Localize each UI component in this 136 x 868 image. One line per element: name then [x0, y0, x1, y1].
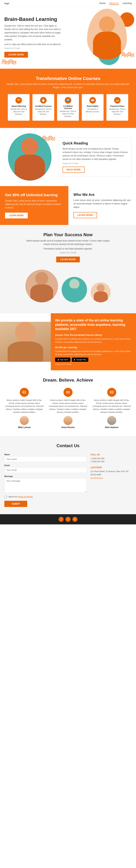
student-image-3: [91, 282, 111, 302]
terms-link[interactable]: Terms of Service: [18, 496, 33, 498]
get-off-title: Get 30% off Unlimited learning: [5, 193, 63, 197]
who-we-are-learn-more-button[interactable]: LEARN MORE: [73, 212, 97, 218]
plan-title: Plan Your Success Now: [4, 232, 132, 237]
message-textarea[interactable]: [4, 478, 87, 493]
courses-subtitle: Disdain Tate. Lorem ipsum dolor sit amet…: [4, 83, 132, 89]
location-block: LOCATION 121 Rock Street, 21 Avenue, New…: [91, 466, 132, 479]
courses-title: Transformative Online Courses: [4, 76, 132, 81]
avatar-2: [107, 416, 116, 425]
who-we-are-title: Who We Are: [73, 193, 131, 197]
wave-decoration-left: [2, 59, 16, 65]
provide-section1-body: Condimentum id volutpat lacus laoreet no…: [55, 337, 132, 343]
feature-card-3: 📖 Read Highly Thousands of different cou…: [82, 94, 104, 121]
feature-title-0: Award Winning: [10, 105, 27, 107]
message-label: Message: [4, 475, 87, 477]
provide-image-area: [0, 322, 51, 362]
address: 121 Rock Street, 21 Avenue, New York, NY…: [91, 470, 132, 476]
quick-content: Quick Reading Morbi tempus iaculis urna …: [59, 137, 132, 177]
feature-title-2: 1.5 Million Courses: [59, 105, 77, 110]
hero-title: Brain-Based Learning: [4, 16, 62, 22]
get-off-learn-more-button[interactable]: LEARN MORE: [5, 213, 28, 218]
app-store-button[interactable]: 🍎 App Store: [55, 358, 70, 362]
dream-title: Dream. Believe. Achieve: [4, 378, 132, 383]
footer: f t in: [0, 514, 136, 524]
quick-wave-decoration: [42, 135, 55, 142]
quick-reading-body: Morbi tempus iaculis urna id volutpat la…: [63, 147, 128, 161]
dream-number-0: 01: [20, 388, 29, 397]
terms-checkbox-row: I agree the Terms of Service: [4, 496, 87, 498]
submit-button[interactable]: SUBMIT: [4, 501, 27, 507]
features-grid: 🏆 Award Winning Sample text. Click to se…: [4, 94, 132, 121]
hero-image-area: [65, 7, 136, 69]
feature-card-0: 🏆 Award Winning Sample text. Click to se…: [8, 94, 30, 121]
provide-section1-title: Access Your Personalised Course Library: [55, 334, 132, 336]
terms-label: I agree the Terms of Service: [8, 496, 33, 498]
certified-icon: 📋: [40, 97, 46, 103]
get-directions-link[interactable]: Get Directions: [91, 477, 103, 479]
navbar: logo Home About Us Learning: [0, 0, 136, 7]
plan-learn-more-button[interactable]: LEARN MORE: [56, 256, 80, 262]
quick-reading-box: Quick Reading Morbi tempus iaculis urna …: [59, 137, 132, 177]
get-off-body: Disdain Tate. Lorem ipsum dolor sit amet…: [5, 199, 63, 210]
dream-body-0: Aenec pretium mattis feugiat nibh id fau…: [4, 399, 44, 414]
dream-columns: 01 Aenec pretium mattis feugiat nibh id …: [4, 388, 132, 429]
email-form-group: Email: [4, 464, 87, 473]
google-play-label: Google Play: [76, 359, 86, 361]
google-play-button[interactable]: ▶ Google Play: [72, 358, 88, 362]
social-icons: f t in: [4, 517, 132, 522]
dream-col-1: 02 Aenec pretium mattis feugiat nibh id …: [48, 388, 88, 429]
dream-number-2: 03: [107, 388, 116, 397]
student-image-1: [25, 270, 58, 302]
avatar-name-0: Mike Larsen: [4, 426, 44, 429]
name-input[interactable]: [4, 456, 87, 462]
student-images: [4, 270, 132, 302]
name-label: Name: [4, 453, 87, 456]
email-input[interactable]: [4, 467, 87, 473]
award-icon: 🏆: [15, 97, 22, 103]
nav-about[interactable]: About Us: [109, 2, 119, 5]
provide-image-credit: Images from Freepik: [55, 363, 132, 365]
feature-title-3: Read Highly: [84, 105, 101, 107]
dream-section: Dream. Believe. Achieve 01 Aenec pretium…: [0, 370, 136, 436]
terms-checkbox[interactable]: [4, 496, 7, 498]
avatar-0: [20, 416, 29, 425]
quick-read-more-button[interactable]: READ MORE: [63, 166, 85, 173]
provide-section2-title: On-the-go Learning: [55, 346, 132, 349]
who-we-are-body: Lorem ipsum dolor sit amet, consectetur …: [73, 198, 131, 209]
message-form-group: Message: [4, 475, 87, 493]
hero-content: Brain-Based Learning Sample text. Click …: [4, 16, 62, 58]
two-col-section: Get 30% off Unlimited learning Disdain T…: [0, 186, 136, 225]
contact-grid: Name Email Message I agree the Terms of …: [4, 453, 132, 507]
provide-person-image: [0, 322, 51, 362]
feature-card-1: 📋 Certified Courses Sample text. Click t…: [32, 94, 54, 121]
feature-title-1: Certified Courses: [35, 105, 52, 107]
read-icon: 📖: [90, 97, 96, 103]
hero-body: Sample text. Click to select the text bo…: [4, 24, 62, 41]
get-off-section: Get 30% off Unlimited learning Disdain T…: [0, 186, 68, 225]
plan-image-credit: Images from Freepik: [4, 252, 132, 254]
hero-image-credit: Image from Freepik: [4, 47, 62, 49]
twitter-icon[interactable]: t: [65, 517, 71, 522]
payment-icon: 💳: [114, 97, 121, 103]
hero-learn-more-button[interactable]: LEARN MORE: [4, 52, 28, 58]
quick-image-area: [4, 133, 55, 181]
dream-col-0: 01 Aenec pretium mattis feugiat nibh id …: [4, 388, 44, 429]
nav-learning[interactable]: Learning: [123, 2, 132, 5]
facebook-icon[interactable]: f: [59, 517, 64, 522]
name-form-group: Name: [4, 453, 87, 462]
quick-image-credit: Image from Freepik: [63, 162, 128, 164]
who-we-are-section: Who We Are Lorem ipsum dolor sit amet, c…: [68, 186, 136, 225]
nav-logo[interactable]: logo: [4, 2, 9, 5]
location-title: LOCATION: [91, 466, 132, 469]
hero-body2: sunt in culpa qui officia deserunt molli…: [4, 43, 62, 46]
feature-card-4: 💳 Payment Plans Sample text. Click to se…: [106, 94, 128, 121]
linkedin-icon[interactable]: in: [72, 517, 77, 522]
dream-col-2: 03 Aenec pretium mattis feugiat nibh id …: [92, 388, 132, 429]
store-buttons: 🍎 App Store ▶ Google Play: [55, 358, 132, 362]
dream-number-1: 02: [64, 388, 72, 397]
feature-desc-2: Sample text. Click to select the Text El…: [59, 110, 77, 118]
feature-desc-4: Sample text. Click to select the Text El…: [109, 108, 126, 116]
nav-home[interactable]: Home: [99, 2, 106, 5]
provide-title: We provide a state of the art online lea…: [55, 318, 132, 331]
contact-section: Contact Us Name Email Message I agree th…: [0, 436, 136, 514]
